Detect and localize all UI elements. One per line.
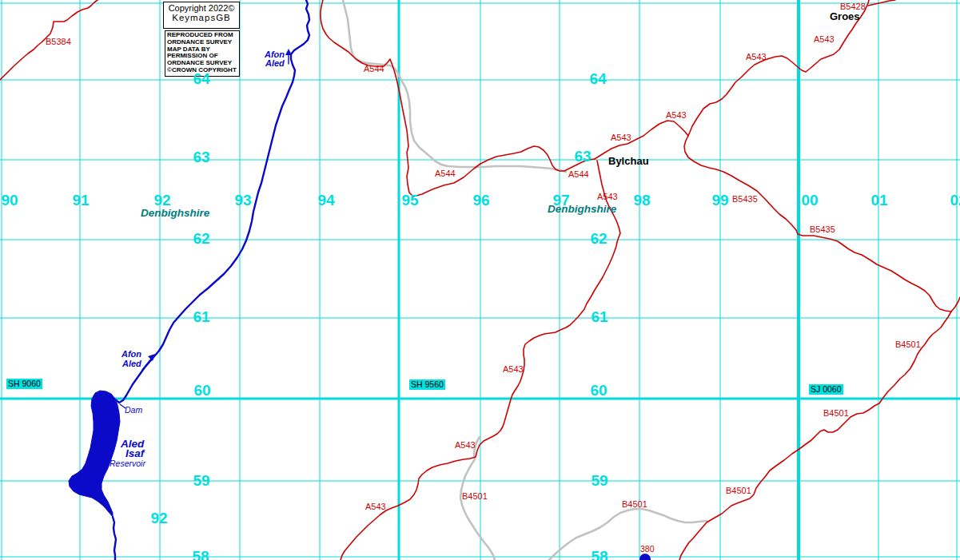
grid-number: 94 xyxy=(317,192,334,209)
road-label-a543: A543 xyxy=(814,34,835,44)
water-label: Aled xyxy=(122,359,141,368)
label-layer: 9091929394959697989900010292646463636262… xyxy=(0,0,960,560)
water-label: Reservoir xyxy=(110,459,145,468)
road-label-a543: A543 xyxy=(597,192,618,201)
grid-number: 63 xyxy=(193,149,209,166)
grid-number: 58 xyxy=(591,548,607,560)
grid-number: 61 xyxy=(193,308,209,326)
grid-number: 64 xyxy=(193,70,209,88)
grid-number: 90 xyxy=(1,192,18,209)
county-label: Denbighshire xyxy=(141,207,209,219)
grid-number: 01 xyxy=(870,192,887,209)
grid-number: 93 xyxy=(234,192,251,209)
grid-ref-box: SJ 0060 xyxy=(809,384,843,395)
map-canvas[interactable]: Copyright 2022© KeymapsGB REPRODUCED FRO… xyxy=(0,0,960,560)
grid-number: 02 xyxy=(950,192,960,209)
road-label-a543: A543 xyxy=(365,502,386,511)
water-label: Afon xyxy=(121,349,141,359)
grid-number: 99 xyxy=(711,192,728,209)
grid-number: 92 xyxy=(150,510,167,527)
road-label-b4501: B4501 xyxy=(462,491,488,501)
grid-number: 59 xyxy=(193,472,209,490)
grid-number: 95 xyxy=(401,192,418,209)
grid-number: 98 xyxy=(633,192,650,209)
grid-number: 00 xyxy=(801,192,818,209)
water-label: Isaf xyxy=(125,447,144,459)
road-label-a543: A543 xyxy=(455,440,476,450)
road-label-b4501: B4501 xyxy=(895,340,921,349)
road-label-b4501: B4501 xyxy=(823,408,849,418)
grid-number: 64 xyxy=(589,70,606,88)
road-label-b5435: B5435 xyxy=(810,224,835,234)
road-label-b5384: B5384 xyxy=(46,37,71,46)
county-label: Denbighshire xyxy=(548,203,616,215)
place-label-groes: Groes xyxy=(830,10,860,22)
grid-number: 62 xyxy=(193,230,209,248)
grid-number: 60 xyxy=(193,382,210,399)
water-label: Dam xyxy=(125,405,142,415)
road-label-a544: A544 xyxy=(568,169,589,179)
road-label-a543: A543 xyxy=(503,364,524,374)
grid-number: 58 xyxy=(192,548,209,560)
grid-ref-box: SH 9560 xyxy=(409,379,445,390)
road-label-b5435: B5435 xyxy=(732,194,758,204)
grid-number: 63 xyxy=(574,148,591,165)
grid-number: 62 xyxy=(590,230,607,248)
road-label-b4501: B4501 xyxy=(622,499,647,509)
spot-height-label: 380 xyxy=(640,544,655,554)
road-label-a544: A544 xyxy=(435,169,456,178)
grid-number: 59 xyxy=(591,472,607,490)
road-label-b4501: B4501 xyxy=(726,486,751,495)
road-label-a544: A544 xyxy=(364,64,384,73)
grid-ref-box: SH 9060 xyxy=(6,379,42,389)
road-label-a543: A543 xyxy=(666,110,687,120)
grid-number: 96 xyxy=(472,192,489,209)
grid-number: 91 xyxy=(72,192,89,209)
place-label-bylchau: Bylchau xyxy=(608,155,649,167)
road-label-a543: A543 xyxy=(746,52,767,62)
grid-number: 61 xyxy=(591,308,607,326)
road-label-a543: A543 xyxy=(611,133,631,142)
water-label: Aled xyxy=(265,58,285,68)
grid-number: 60 xyxy=(590,382,607,399)
